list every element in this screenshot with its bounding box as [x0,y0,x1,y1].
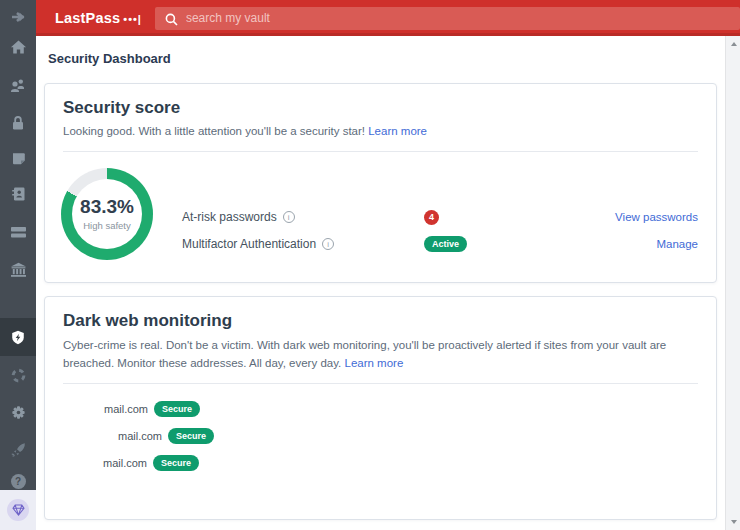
monitored-addresses-list: mail.com Secure mail.com Secure mail.com… [63,396,698,477]
monitored-address-row: mail.com Secure [63,423,698,450]
address-book-icon[interactable] [0,182,36,206]
at-risk-count-badge: 4 [424,210,439,225]
monitored-address-row: mail.com Secure [63,450,698,477]
vault-search [155,7,740,30]
logo-dots-mark: •••| [123,13,142,25]
dark-web-monitoring-card: Dark web monitoring Cyber-crime is real.… [44,296,717,520]
premium-gem-icon[interactable] [7,499,29,521]
page-title: Security Dashboard [48,51,717,66]
emergency-ring-icon[interactable] [0,363,36,387]
security-shield-bolt-icon [10,329,26,346]
collapse-arrow-icon[interactable] [0,5,36,29]
at-risk-passwords-label: At-risk passwords [182,210,277,224]
vertical-scrollbar[interactable] [725,36,740,530]
security-score-donut: 83.3% High safety [61,168,153,260]
secure-status-badge: Secure [154,401,200,417]
security-score-card: Security score Looking good. With a litt… [44,83,717,283]
sidebar-premium-strip [0,490,36,530]
sidebar: ? [0,0,36,530]
advanced-rocket-icon[interactable] [0,438,36,462]
dark-web-learn-more-link[interactable]: Learn more [344,357,403,369]
search-input[interactable] [155,7,740,30]
info-icon[interactable]: i [322,238,334,250]
secure-status-badge: Secure [153,455,199,471]
info-icon[interactable]: i [283,211,295,223]
secure-status-badge: Secure [168,428,214,444]
app-window: ? LastPass •••| Security Dashboard [0,0,740,530]
multifactor-label: Multifactor Authentication [182,237,316,251]
lastpass-logo[interactable]: LastPass •••| [36,10,142,26]
view-passwords-link[interactable]: View passwords [615,211,698,223]
bank-icon[interactable] [0,258,36,282]
lock-icon[interactable] [0,111,36,135]
secure-note-icon[interactable] [0,146,36,170]
security-score-label: High safety [83,220,131,231]
security-score-gauge: 83.3% High safety [61,168,182,260]
security-score-learn-more-link[interactable]: Learn more [368,125,427,137]
topbar: LastPass •••| [36,0,740,36]
sharing-users-icon[interactable] [0,73,36,97]
at-risk-passwords-row: At-risk passwords i 4 View passwords [182,204,698,231]
security-score-subtitle: Looking good. With a little attention yo… [63,125,365,137]
logo-text: LastPass [55,10,120,26]
main-area: LastPass •••| Security Dashboard Securit… [36,0,740,530]
payment-card-icon[interactable] [0,220,36,244]
monitored-address: mail.com [103,457,147,469]
card-divider [63,383,698,384]
multifactor-row: Multifactor Authentication i Active Mana… [182,231,698,258]
multifactor-status-badge: Active [424,236,467,252]
monitored-address-row: mail.com Secure [63,396,698,423]
security-score-percent: 83.3% [80,196,134,218]
monitored-address: mail.com [104,403,148,415]
settings-gear-icon[interactable] [0,400,36,424]
scroll-up-arrow-icon[interactable] [726,37,740,51]
dark-web-title: Dark web monitoring [63,311,698,331]
sidebar-item-security-dashboard[interactable] [0,318,36,356]
home-icon[interactable] [0,35,36,59]
security-score-title: Security score [63,98,698,118]
scroll-down-arrow-icon[interactable] [726,515,740,529]
manage-link[interactable]: Manage [656,238,698,250]
monitored-address: mail.com [118,430,162,442]
content-area: Security Dashboard Security score Lookin… [36,36,740,530]
